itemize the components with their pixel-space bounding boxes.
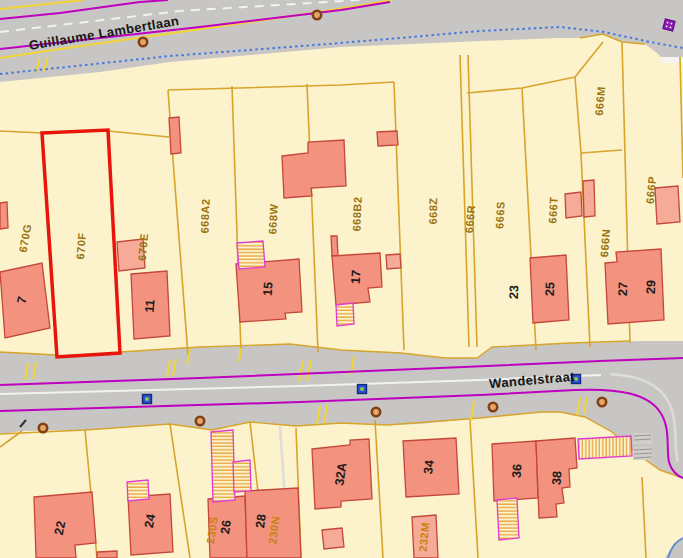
utility-node-marker — [372, 408, 380, 416]
parcel-label-668b2: 668B2 — [350, 196, 363, 231]
parcel-label-666p: 666P — [644, 176, 658, 205]
cadastral-map-viewport[interactable]: 670G670F670E668A2668W668B2668Z666R666S66… — [0, 0, 683, 558]
building — [377, 131, 398, 146]
hatched-annex — [336, 303, 354, 326]
house-number-11: 11 — [143, 299, 158, 313]
building-annex — [386, 254, 401, 269]
hatched-annex — [211, 430, 235, 502]
utility-node-marker — [313, 11, 321, 19]
utility-node-marker — [489, 403, 497, 411]
house-number-22: 22 — [52, 520, 69, 537]
house-number-34: 34 — [421, 459, 437, 475]
house-number-28: 28 — [253, 513, 269, 529]
hatched-annex — [127, 480, 149, 501]
house-number-36: 36 — [509, 463, 524, 478]
house-number-38: 38 — [550, 471, 565, 486]
cadastral-map-canvas[interactable]: 670G670F670E668A2668W668B2668Z666R666S66… — [0, 0, 683, 558]
house-number-29: 29 — [644, 280, 659, 295]
parcel-label-666s: 666S — [493, 201, 506, 229]
building-shed — [322, 528, 344, 549]
valve-marker — [143, 395, 152, 404]
house-number-24: 24 — [142, 513, 158, 529]
house-number-17: 17 — [349, 270, 364, 285]
parcel-label-668z: 668Z — [427, 197, 439, 224]
parcel-label-668w: 668W — [266, 203, 280, 234]
utility-node-marker — [598, 398, 606, 406]
parcel-label-670f: 670F — [74, 232, 88, 260]
parcel-label-666r: 666R — [463, 204, 477, 233]
building-annex — [655, 186, 680, 224]
building-annex — [565, 192, 582, 218]
utility-node-marker — [196, 417, 204, 425]
house-number-26: 26 — [218, 519, 234, 535]
building — [331, 236, 338, 256]
house-number-27: 27 — [616, 282, 631, 297]
parcel-label-666n: 666N — [598, 228, 612, 257]
building-annex — [583, 180, 595, 217]
hatched-annex — [237, 241, 265, 269]
building — [169, 117, 181, 154]
parcel-label-666t: 666T — [546, 196, 559, 224]
utility-node-marker — [39, 424, 47, 432]
parcel-label-670e: 670E — [136, 233, 150, 262]
hatched-annex — [233, 460, 251, 492]
building — [97, 551, 117, 558]
valve-marker — [358, 385, 367, 394]
hatched-annex — [497, 498, 519, 540]
utility-node-marker — [139, 38, 147, 46]
parcel-label-668a2: 668A2 — [198, 198, 211, 233]
house-number-15: 15 — [260, 281, 275, 296]
hatched-annex — [578, 436, 632, 459]
house-number-23: 23 — [507, 285, 522, 300]
utility-node-purple-marker — [663, 19, 675, 31]
house-number-25: 25 — [543, 282, 558, 297]
parcel-label-666m: 666M — [593, 86, 608, 116]
building — [0, 202, 8, 229]
